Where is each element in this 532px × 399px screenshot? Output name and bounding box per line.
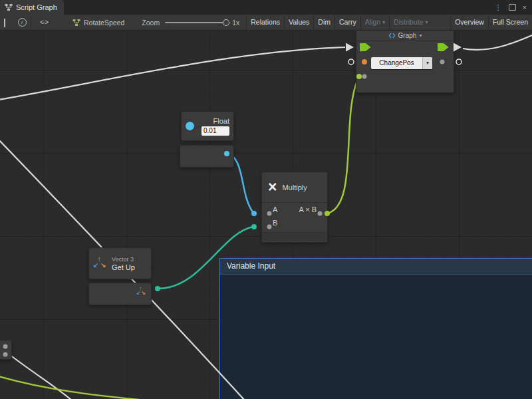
window-controls: ⋮ × [495,0,532,15]
align-label: Align [365,15,380,30]
node-vector3-ports[interactable]: ↑ ↙ ↘ [88,283,152,305]
variable-dropdown[interactable]: ChangePos ▾ [371,57,432,69]
edit-graph-icon: <·> [36,19,52,26]
node-vector3-get-up[interactable]: ↑ ↙ ↘ Vector 3 Get Up [88,247,152,279]
multiply-row-2: B [262,216,327,229]
script-graph-icon [5,3,13,11]
multiply-title: Multiply [282,184,307,192]
group-title-bar[interactable]: Variable Input [220,259,532,275]
tab-label: Script Graph [16,3,57,11]
graph-unit-icon [388,32,396,39]
relations-label: Relations [251,15,280,30]
vector3-type-label: Vector 3 [112,256,135,263]
group-variable-input[interactable]: Variable Input [219,258,532,399]
node-float-literal-ports[interactable] [180,145,234,168]
caret-down-icon: ▾ [419,33,422,39]
graph-unit-title: Graph [398,32,417,39]
overview-label: Overview [455,15,484,30]
edit-graph-button[interactable]: <·> [33,15,55,30]
tab-bar: Script Graph ⋮ × [0,0,532,15]
float-window-icon[interactable] [509,4,516,11]
carry-label: Carry [339,15,356,30]
align-button[interactable]: Align ▾ [360,15,389,30]
values-button[interactable]: Values [284,15,313,30]
node-fragment-offscreen[interactable] [0,340,12,360]
lock-button[interactable] [0,15,15,30]
close-icon[interactable]: × [523,0,527,15]
zoom-control: Zoom 1x [142,19,239,27]
distribute-button[interactable]: Distribute ▾ [389,15,432,30]
toolbar-buttons: Relations Values Dim Carry Align ▾ Distr… [246,15,532,30]
node-multiply[interactable]: × Multiply A A × B B [261,172,328,243]
zoom-label: Zoom [142,19,160,27]
graph-toolbar: i <·> RotateSpeed Zoom 1x Relations Valu… [0,15,532,31]
variable-dropdown-value: ChangePos [371,57,422,69]
se-arrow-icon: ↘ [141,290,146,296]
fullscreen-button[interactable]: Full Screen [488,15,532,30]
carry-button[interactable]: Carry [334,15,360,30]
fullscreen-label: Full Screen [493,15,528,30]
dim-button[interactable]: Dim [313,15,334,30]
relations-button[interactable]: Relations [246,15,284,30]
multiply-icon: × [268,180,277,195]
zoom-value: 1x [232,19,239,27]
breadcrumb-label: RotateSpeed [84,19,124,27]
breadcrumb[interactable]: RotateSpeed [72,19,124,27]
port-a-label: A [273,203,277,216]
float-type-icon [186,122,194,130]
tab-script-graph[interactable]: Script Graph [0,0,64,15]
sw-arrow-icon: ↙ [93,261,98,269]
port-result-label: A × B [299,203,317,216]
vector3-icon: ↑ ↙ ↘ [94,257,107,270]
distribute-label: Distribute [394,15,423,30]
sw-arrow-icon: ↙ [136,290,141,296]
info-icon: i [18,18,27,27]
caret-down-icon: ▾ [422,57,432,69]
caret-down-icon: ▾ [425,15,428,30]
info-button[interactable]: i [15,15,29,30]
toolbar-separator [31,17,31,27]
zoom-slider-handle[interactable] [223,19,229,26]
menu-icon[interactable]: ⋮ [495,0,502,15]
node-float-literal[interactable]: Float 0.01 [181,111,234,141]
values-label: Values [289,15,309,30]
lock-icon [4,19,11,27]
port-b-label: B [273,216,277,229]
caret-down-icon: ▾ [382,15,385,30]
node-changepos-setter[interactable]: Graph ▾ ChangePos ▾ [356,29,454,93]
float-value-field[interactable]: 0.01 [201,126,229,136]
graph-asset-icon [72,19,80,27]
tabbar-spacer [64,0,495,15]
float-node-title: Float [213,117,229,125]
overview-button[interactable]: Overview [450,15,488,30]
graph-unit-title-bar[interactable]: Graph ▾ [356,30,454,41]
group-title: Variable Input [227,261,275,271]
multiply-row-1: A A × B [262,203,327,216]
multiply-header[interactable]: × Multiply [262,172,327,203]
se-arrow-icon: ↘ [100,261,106,269]
multiply-footer [262,232,327,241]
zoom-slider[interactable] [165,22,226,23]
vector3-title: Get Up [112,263,135,271]
dim-label: Dim [318,15,331,30]
vector3-output-port-icon[interactable]: ↑ ↙ ↘ [136,288,146,297]
